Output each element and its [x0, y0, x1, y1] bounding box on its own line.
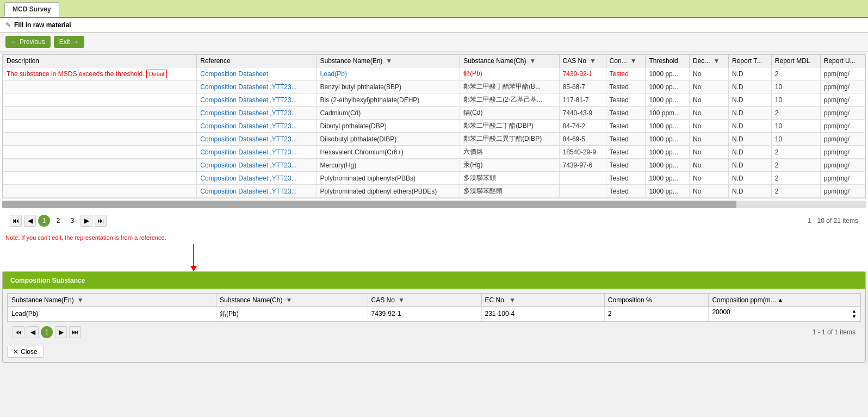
td-reference[interactable]: Composition Datasheet ,YTT23... — [197, 185, 317, 198]
detail-link[interactable]: Detail — [146, 70, 167, 78]
table-row: Composition Datasheet ,YTT23...Hexavalen… — [3, 146, 865, 159]
tab-bar: MCD Survey — [0, 0, 868, 18]
td-cas-no — [559, 185, 606, 198]
td-cas-no: 85-68-7 — [559, 80, 606, 94]
comp-pg-next[interactable]: ▶ — [55, 326, 67, 338]
th-threshold: Threshold — [646, 55, 690, 67]
comp-ppm-scroll-arrows[interactable]: ▲▼ — [852, 308, 857, 319]
td-dec: No — [690, 94, 729, 107]
td-report-u: ppm(mg/ — [820, 107, 865, 120]
table-row: Composition Datasheet ,YTT23...Bis (2-et… — [3, 94, 865, 107]
comp-th-ch: Substance Name(Ch) ▼ — [216, 294, 368, 307]
filter-con-icon[interactable]: ▼ — [630, 57, 637, 65]
pg-3[interactable]: 3 — [66, 215, 78, 227]
td-con: Tested — [606, 80, 646, 94]
composition-body: Substance Name(En) ▼ Substance Name(Ch) … — [3, 289, 865, 362]
td-threshold: 100 ppm... — [646, 107, 690, 120]
pg-1[interactable]: 1 — [38, 215, 50, 227]
main-content: Description Reference Substance Name(En)… — [0, 54, 868, 271]
th-dec: Dec... ▼ — [690, 55, 729, 67]
pg-first-button[interactable]: ⏮ — [10, 215, 22, 227]
comp-pg-last[interactable]: ⏭ — [69, 326, 81, 338]
prev-button[interactable]: ← Previous — [5, 36, 51, 48]
table-row: Composition Datasheet ,YTT23...Mercury(H… — [3, 159, 865, 172]
scroll-thumb[interactable] — [2, 201, 736, 208]
comp-pg-1[interactable]: 1 — [41, 326, 53, 338]
filter-dec-icon[interactable]: ▼ — [713, 57, 720, 65]
td-substance-en: Benzyl butyl phthalate(BBP) — [317, 80, 460, 94]
td-threshold: 1000 pp... — [646, 172, 690, 185]
pg-last-button[interactable]: ⏭ — [95, 215, 107, 227]
filter-comp-ch-icon[interactable]: ▼ — [286, 296, 292, 304]
td-cas-no: 18540-29-9 — [559, 146, 606, 159]
td-reference[interactable]: Composition Datasheet ,YTT23... — [197, 120, 317, 133]
td-report-t: N.D — [729, 67, 772, 80]
close-button[interactable]: ✕ Close — [7, 346, 44, 358]
scroll-down-arrow[interactable]: ▼ — [852, 314, 857, 319]
td-description — [3, 185, 197, 198]
td-description — [3, 80, 197, 94]
arrow-left-icon: ← — [11, 38, 17, 46]
td-substance-ch: 六價鉻 — [460, 146, 559, 159]
td-reference[interactable]: Composition Datasheet ,YTT23... — [197, 159, 317, 172]
comp-td-ec_no: 231-100-4 — [481, 307, 604, 321]
filter-comp-ec-icon[interactable]: ▼ — [509, 296, 516, 304]
td-description — [3, 94, 197, 107]
td-reference[interactable]: Composition Datasheet ,YTT23... — [197, 80, 317, 94]
td-reference[interactable]: Composition Datasheet ,YTT23... — [197, 146, 317, 159]
td-reference[interactable]: Composition Datasheet ,YTT23... — [197, 133, 317, 146]
td-report-u: ppm(mg/ — [820, 80, 865, 94]
comp-table-container[interactable]: Substance Name(En) ▼ Substance Name(Ch) … — [7, 293, 861, 322]
pg-prev-button[interactable]: ◀ — [24, 215, 36, 227]
comp-td-comp_ppm: 20000▲▼ — [709, 307, 860, 321]
td-report-t: N.D — [729, 80, 772, 94]
td-report-mdl: 2 — [771, 146, 820, 159]
scroll-up-arrow[interactable]: ▲ — [852, 308, 857, 314]
td-substance-ch: 鄰苯二甲酸二異丁酯(DIBP) — [460, 133, 559, 146]
exit-button[interactable]: Exit → — [54, 36, 84, 48]
scroll-up-icon[interactable]: ▲ — [777, 296, 784, 304]
td-report-mdl: 2 — [771, 159, 820, 172]
filter-substance-en-icon[interactable]: ▼ — [386, 57, 392, 65]
comp-pagination: ⏮ ◀ 1 ▶ ⏭ — [8, 324, 813, 340]
td-substance-ch: 鄰苯二甲酸二(2-乙基己基... — [460, 94, 559, 107]
pg-next-button[interactable]: ▶ — [80, 215, 92, 227]
filter-comp-cas-icon[interactable]: ▼ — [398, 296, 405, 304]
td-description — [3, 172, 197, 185]
td-reference[interactable]: Composition Datasheet ,YTT23... — [197, 172, 317, 185]
td-con: Tested — [606, 120, 646, 133]
tab-mcd-survey[interactable]: MCD Survey — [4, 2, 59, 17]
td-report-u: ppm(mg/ — [820, 159, 865, 172]
td-report-mdl: 2 — [771, 67, 820, 80]
td-report-mdl: 10 — [771, 94, 820, 107]
td-report-t: N.D — [729, 94, 772, 107]
comp-th-en: Substance Name(En) ▼ — [8, 294, 216, 307]
td-cas-no: 7439-92-1 — [559, 67, 606, 80]
td-substance-en: Bis (2-ethylhexyl)phthalate(DEHP) — [317, 94, 460, 107]
td-report-u: ppm(mg/ — [820, 172, 865, 185]
td-report-u: ppm(mg/ — [820, 133, 865, 146]
filter-cas-icon[interactable]: ▼ — [590, 57, 596, 65]
th-substance-ch: Substance Name(Ch) ▼ — [460, 55, 559, 67]
comp-table: Substance Name(En) ▼ Substance Name(Ch) … — [8, 294, 860, 321]
pg-2[interactable]: 2 — [52, 215, 64, 227]
td-reference[interactable]: Composition Datasheet ,YTT23... — [197, 107, 317, 120]
td-reference[interactable]: Composition Datasheet — [197, 67, 317, 80]
td-report-u: ppm(mg/ — [820, 67, 865, 80]
td-report-mdl: 2 — [771, 185, 820, 198]
td-description — [3, 159, 197, 172]
comp-pg-prev[interactable]: ◀ — [27, 326, 39, 338]
horizontal-scrollbar[interactable] — [2, 201, 866, 208]
filter-comp-en-icon[interactable]: ▼ — [77, 296, 84, 304]
table-row: Composition Datasheet ,YTT23...Dibutyl p… — [3, 120, 865, 133]
td-reference[interactable]: Composition Datasheet ,YTT23... — [197, 94, 317, 107]
td-report-t: N.D — [729, 133, 772, 146]
filter-substance-ch-icon[interactable]: ▼ — [530, 57, 536, 65]
comp-table-row: Lead(Pb)鉛(Pb)7439-92-1231-100-4220000▲▼ — [8, 307, 860, 321]
comp-td-substance_ch: 鉛(Pb) — [216, 307, 368, 321]
td-dec: No — [690, 120, 729, 133]
comp-pg-first[interactable]: ⏮ — [13, 326, 24, 338]
td-report-mdl: 10 — [771, 133, 820, 146]
td-report-t: N.D — [729, 159, 772, 172]
main-table-container[interactable]: Description Reference Substance Name(En)… — [2, 54, 866, 198]
